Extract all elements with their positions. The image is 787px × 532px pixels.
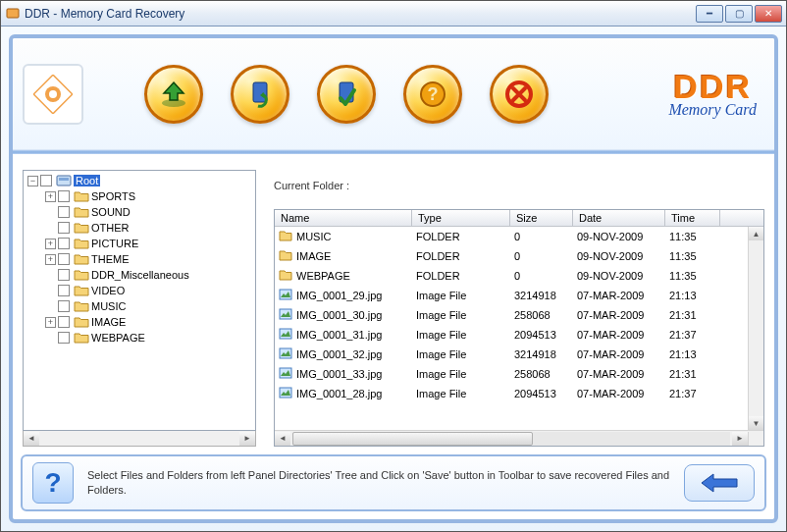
scroll-down-icon[interactable]: ▼ xyxy=(749,416,764,430)
cell-time: 21:37 xyxy=(665,387,720,400)
tree-item[interactable]: VIDEO xyxy=(26,283,253,298)
check-button[interactable] xyxy=(317,65,376,124)
list-header[interactable]: Name Type Size Date Time xyxy=(275,210,763,227)
checkbox[interactable] xyxy=(58,300,70,312)
scroll-up-icon[interactable]: ▲ xyxy=(749,227,764,240)
list-row[interactable]: IMG_0001_32.jpgImage File321491807-MAR-2… xyxy=(275,345,748,364)
tree-item-label: WEBPAGE xyxy=(91,332,145,344)
tree-item[interactable]: WEBPAGE xyxy=(26,330,253,346)
save-icon xyxy=(158,79,189,110)
window-title: DDR - Memory Card Recovery xyxy=(25,7,184,21)
tree-item[interactable]: +PICTURE xyxy=(26,236,253,251)
brand-title: DDR xyxy=(668,70,757,103)
svg-rect-17 xyxy=(280,388,291,398)
expand-toggle-icon xyxy=(45,286,56,296)
image-file-icon xyxy=(279,386,296,401)
cell-time: 21:13 xyxy=(665,347,720,361)
expand-toggle-icon[interactable]: − xyxy=(27,176,38,186)
list-horizontal-scrollbar[interactable]: ◄ ► xyxy=(275,430,763,446)
folder-icon xyxy=(74,221,89,235)
expand-toggle-icon[interactable]: + xyxy=(45,317,56,328)
refresh-icon xyxy=(244,79,276,110)
checkbox[interactable] xyxy=(40,175,52,186)
scroll-right-icon[interactable]: ► xyxy=(239,432,255,446)
list-vertical-scrollbar[interactable]: ▲ ▼ xyxy=(748,227,763,430)
checkbox[interactable] xyxy=(58,285,70,296)
column-header-date[interactable]: Date xyxy=(573,210,665,226)
tree-item[interactable]: OTHER xyxy=(26,220,253,236)
brand-block: DDR Memory Card xyxy=(668,70,764,119)
app-icon xyxy=(5,6,21,22)
help-button[interactable]: ? xyxy=(403,65,462,124)
cell-date: 09-NOV-2009 xyxy=(573,230,665,243)
checkbox[interactable] xyxy=(58,269,70,281)
scroll-left-icon[interactable]: ◄ xyxy=(24,432,39,446)
tree-item[interactable]: +THEME xyxy=(26,251,253,267)
cell-size: 2094513 xyxy=(510,387,573,400)
save-button[interactable] xyxy=(144,65,203,124)
scroll-left-icon[interactable]: ◄ xyxy=(275,432,290,446)
column-header-time[interactable]: Time xyxy=(665,210,720,226)
scroll-thumb[interactable] xyxy=(292,432,533,446)
checkbox[interactable] xyxy=(58,206,70,218)
cell-type: FOLDER xyxy=(412,249,510,263)
image-file-icon xyxy=(279,327,296,343)
scroll-right-icon[interactable]: ► xyxy=(732,432,748,446)
expand-toggle-icon xyxy=(45,207,56,218)
hint-bar: ? Select Files and Folders from left Pan… xyxy=(21,454,766,511)
close-window-button[interactable]: ✕ xyxy=(755,5,782,23)
back-button[interactable] xyxy=(684,464,755,502)
list-row[interactable]: IMG_0001_33.jpgImage File25806807-MAR-20… xyxy=(275,364,748,384)
tree-item[interactable]: DDR_Miscellaneous xyxy=(26,267,253,283)
image-file-icon xyxy=(279,288,296,303)
cell-date: 07-MAR-2009 xyxy=(573,308,665,322)
list-row[interactable]: IMAGEFOLDER009-NOV-200911:35 xyxy=(275,246,748,266)
expand-toggle-icon[interactable]: + xyxy=(45,239,56,249)
cell-type: Image File xyxy=(412,328,510,342)
checkbox[interactable] xyxy=(58,316,70,328)
current-folder-label: Current Folder : xyxy=(274,180,764,191)
cell-type: Image File xyxy=(412,308,510,322)
tree-horizontal-scrollbar[interactable]: ◄ ► xyxy=(23,431,256,447)
refresh-button[interactable] xyxy=(231,65,289,124)
close-icon xyxy=(503,79,535,110)
list-row[interactable]: WEBPAGEFOLDER009-NOV-200911:35 xyxy=(275,266,748,286)
column-header-name[interactable]: Name xyxy=(275,210,412,226)
column-header-type[interactable]: Type xyxy=(412,210,510,226)
cell-size: 3214918 xyxy=(510,289,573,302)
checkbox[interactable] xyxy=(58,238,70,249)
cell-size: 3214918 xyxy=(510,347,573,361)
cell-size: 258068 xyxy=(510,367,573,381)
checkbox[interactable] xyxy=(58,190,70,202)
cell-size: 258068 xyxy=(510,308,573,322)
file-listview[interactable]: Name Type Size Date Time MUSICFOLDER009-… xyxy=(274,209,764,447)
checkbox[interactable] xyxy=(58,222,70,234)
list-row[interactable]: IMG_0001_30.jpgImage File25806807-MAR-20… xyxy=(275,305,748,325)
tree-item-root[interactable]: −Root xyxy=(26,173,253,188)
list-row[interactable]: IMG_0001_28.jpgImage File209451307-MAR-2… xyxy=(275,384,748,403)
tree-item[interactable]: MUSIC xyxy=(26,298,253,314)
cell-type: Image File xyxy=(412,347,510,361)
cell-time: 21:31 xyxy=(665,308,720,322)
expand-toggle-icon[interactable]: + xyxy=(45,191,56,202)
tree-item[interactable]: +SPORTS xyxy=(26,188,253,204)
toolbar: ? DDR Memory Card xyxy=(13,38,774,150)
expand-toggle-icon xyxy=(45,223,56,234)
folder-icon xyxy=(74,268,89,282)
expand-toggle-icon[interactable]: + xyxy=(45,254,56,265)
directory-tree[interactable]: −Root+SPORTSSOUNDOTHER+PICTURE+THEMEDDR_… xyxy=(23,170,256,431)
minimize-button[interactable]: ━ xyxy=(696,5,723,23)
checkbox[interactable] xyxy=(58,253,70,265)
list-row[interactable]: IMG_0001_29.jpgImage File321491807-MAR-2… xyxy=(275,286,748,305)
tree-item[interactable]: SOUND xyxy=(26,204,253,220)
checkbox[interactable] xyxy=(58,332,70,344)
list-row[interactable]: MUSICFOLDER009-NOV-200911:35 xyxy=(275,227,748,246)
tree-item[interactable]: +IMAGE xyxy=(26,314,253,330)
column-header-size[interactable]: Size xyxy=(510,210,573,226)
cell-name: IMG_0001_31.jpg xyxy=(296,329,382,341)
list-row[interactable]: IMG_0001_31.jpgImage File209451307-MAR-2… xyxy=(275,325,748,345)
cell-name: WEBPAGE xyxy=(296,270,350,282)
maximize-button[interactable]: ▢ xyxy=(725,5,753,23)
drive-icon xyxy=(56,174,72,187)
cancel-button[interactable] xyxy=(490,65,549,124)
